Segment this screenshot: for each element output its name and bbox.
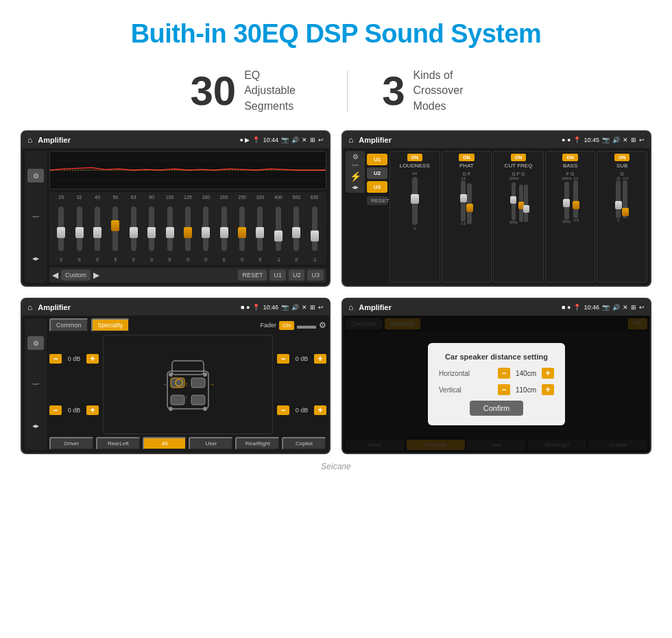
specialty-tab[interactable]: Specialty xyxy=(91,318,130,332)
confirm-button[interactable]: Confirm xyxy=(470,401,524,416)
screen-icon-1[interactable]: ⊞ xyxy=(310,137,315,143)
sub-track1[interactable] xyxy=(616,180,621,218)
eq-sidebar: ⚙ 〰 ◂▸ xyxy=(25,151,47,283)
back-icon-3[interactable]: ↩ xyxy=(318,304,324,311)
back-icon-2[interactable]: ↩ xyxy=(639,137,645,143)
home-icon-4[interactable]: ⌂ xyxy=(348,303,353,312)
db-minus-2[interactable]: − xyxy=(49,405,62,415)
vertical-minus[interactable]: − xyxy=(498,384,510,395)
screen-icon-4[interactable]: ⊞ xyxy=(631,304,636,311)
bass-toggle[interactable]: ON xyxy=(562,154,578,161)
all-btn[interactable]: All xyxy=(143,437,187,450)
u2-btn[interactable]: U2 xyxy=(289,270,305,281)
db-minus-1[interactable]: − xyxy=(49,354,62,364)
volume-icon-2: 🔊 xyxy=(612,137,620,143)
eq-slider-14[interactable] xyxy=(293,201,299,256)
db-plus-4[interactable]: + xyxy=(314,405,326,415)
cutfreq-track3[interactable] xyxy=(524,185,528,222)
x-icon-1[interactable]: ✕ xyxy=(302,137,307,143)
home-icon-1[interactable]: ⌂ xyxy=(27,135,32,145)
eq-curve-svg xyxy=(50,152,326,189)
loudness-toggle[interactable]: ON xyxy=(407,154,423,161)
phat-track2[interactable] xyxy=(467,183,472,224)
eq-slider-9[interactable] xyxy=(203,201,208,256)
eq-slider-5[interactable] xyxy=(131,201,136,256)
bass-track2[interactable] xyxy=(573,180,578,218)
eq-slider-10[interactable] xyxy=(221,201,227,256)
bass-track1[interactable] xyxy=(564,182,569,220)
preset-u3[interactable]: U3 xyxy=(367,181,387,193)
horizontal-minus[interactable]: − xyxy=(498,368,510,379)
cutfreq-track2[interactable] xyxy=(519,185,523,222)
loudness-track[interactable] xyxy=(412,177,418,225)
x-icon-3[interactable]: ✕ xyxy=(302,304,307,311)
screen-icon-3[interactable]: ⊞ xyxy=(310,304,315,311)
eq-slider-4[interactable] xyxy=(112,201,118,256)
camera-icon-2: 📷 xyxy=(602,137,610,143)
eq-slider-8[interactable] xyxy=(185,201,191,256)
phat-toggle[interactable]: ON xyxy=(459,154,475,161)
u1-btn[interactable]: U1 xyxy=(269,270,286,281)
db-minus-3[interactable]: − xyxy=(277,354,289,364)
phat-track1[interactable] xyxy=(461,180,466,222)
preset-u2[interactable]: U2 xyxy=(367,167,387,179)
cutfreq-toggle[interactable]: ON xyxy=(511,154,527,161)
x-icon-4[interactable]: ✕ xyxy=(623,304,628,311)
reset-btn[interactable]: RESET xyxy=(238,270,267,281)
preset-u1[interactable]: U1 xyxy=(367,154,387,165)
prev-icon[interactable]: ◀ xyxy=(52,270,58,280)
fader-toggle[interactable]: ON xyxy=(279,321,294,330)
cutfreq-track1[interactable] xyxy=(512,182,516,220)
eq-slider-7[interactable] xyxy=(167,201,173,256)
sub-toggle[interactable]: ON xyxy=(614,154,630,161)
home-icon-3[interactable]: ⌂ xyxy=(27,303,32,312)
spk-sidebar-3[interactable]: ◂▸ xyxy=(27,418,44,432)
rearleft-btn[interactable]: RearLeft xyxy=(96,437,141,450)
cutfreq-name: CUT FREQ xyxy=(505,163,533,169)
eq-slider-1[interactable] xyxy=(58,201,64,256)
settings-gear-icon[interactable]: ⚙ xyxy=(319,320,326,330)
eq-sidebar-btn-1[interactable]: ⚙ xyxy=(27,169,44,182)
horizontal-plus[interactable]: + xyxy=(542,368,554,379)
arrows-icon[interactable]: ◂▸ xyxy=(352,183,359,191)
driver-btn[interactable]: Driver xyxy=(49,437,94,450)
x-icon-2[interactable]: ✕ xyxy=(623,137,628,143)
db-plus-3[interactable]: + xyxy=(314,354,326,364)
eq-slider-11[interactable] xyxy=(239,201,245,256)
db-row-topright: − 0 dB + xyxy=(277,354,326,364)
db-plus-2[interactable]: + xyxy=(86,405,99,415)
u3-btn[interactable]: U3 xyxy=(307,270,324,281)
common-tab[interactable]: Common xyxy=(49,318,88,332)
eq-slider-12[interactable] xyxy=(257,201,263,256)
copilot-btn[interactable]: Copilot xyxy=(282,437,326,450)
eq-slider-13[interactable] xyxy=(276,201,281,256)
sub-track2[interactable] xyxy=(623,180,627,218)
fader-slider[interactable]: ▬▬ xyxy=(297,320,316,331)
spk-sidebar-2[interactable]: 〰 xyxy=(27,377,44,391)
vertical-plus[interactable]: + xyxy=(542,384,554,395)
spk-sidebar-1[interactable]: ⚙ xyxy=(27,336,44,350)
eq-sidebar-btn-2[interactable]: 〰 xyxy=(27,210,44,224)
wave-icon[interactable]: 〰 xyxy=(352,162,359,169)
user-btn[interactable]: User xyxy=(189,437,233,450)
dots-icon-4: ■ ● xyxy=(562,304,571,311)
next-icon[interactable]: ▶ xyxy=(93,270,99,280)
crossover-reset-btn[interactable]: RESET xyxy=(367,196,387,205)
app-title-3: Amplifier xyxy=(38,303,238,311)
eq-slider-3[interactable] xyxy=(95,201,100,256)
eq-slider-6[interactable] xyxy=(149,201,154,256)
db-plus-1[interactable]: + xyxy=(86,354,99,364)
back-icon-4[interactable]: ↩ xyxy=(639,304,645,311)
home-icon-2[interactable]: ⌂ xyxy=(348,135,353,145)
rearright-btn[interactable]: RearRight xyxy=(235,437,280,450)
channel-bass: ON BASS F G 100Hz 60Hz xyxy=(545,151,596,283)
eq-sidebar-btn-3[interactable]: ◂▸ xyxy=(27,251,44,265)
filter-icon[interactable]: ⚙ xyxy=(352,153,359,161)
phat-gf: G F xyxy=(463,172,471,176)
db-minus-4[interactable]: − xyxy=(277,405,289,415)
eq-slider-15[interactable] xyxy=(312,201,317,256)
screen-icon-2[interactable]: ⊞ xyxy=(631,137,636,143)
back-icon-1[interactable]: ↩ xyxy=(318,137,324,143)
eq-slider-2[interactable] xyxy=(77,201,82,256)
lightning-icon[interactable]: ⚡ xyxy=(350,171,361,182)
